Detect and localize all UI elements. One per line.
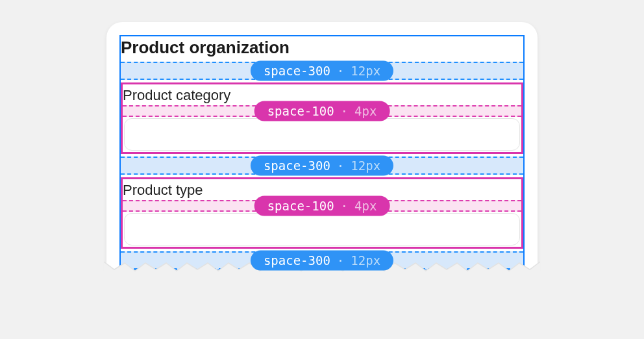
spacing-gap-300: space-300 · 12px [121,157,523,175]
token-name: space-300 [264,65,330,77]
separator-dot: · [341,200,348,212]
token-name: space-300 [264,160,330,172]
spacing-gap-100: space-100 · 4px [123,105,521,117]
field-outline-product-category: Product category space-100 · 4px [121,82,523,154]
spacing-pill-100: space-100 · 4px [254,196,390,216]
token-px: 4px [354,200,377,212]
separator-dot: · [337,160,344,172]
token-name: space-100 [267,105,334,118]
card-heading: Product organization [119,36,523,59]
spacing-pill-100: space-100 · 4px [254,101,390,121]
separator-dot: · [337,255,344,267]
spacing-pill-300: space-300 · 12px [251,156,393,176]
spacing-gap-100: space-100 · 4px [123,200,521,212]
input-placeholder-slot [123,213,521,247]
input-placeholder-slot [123,118,521,152]
card-outline: Product organization space-300 · 12px Pr… [119,35,525,271]
spacing-gap-300: space-300 · 12px [121,251,523,270]
spacing-spec-card: Product organization space-300 · 12px Pr… [106,22,538,271]
spacing-pill-300: space-300 · 12px [251,61,393,81]
token-px: 4px [354,105,377,118]
token-px: 12px [351,160,380,172]
token-name: space-100 [267,200,334,212]
spacing-gap-300: space-300 · 12px [121,62,523,80]
token-px: 12px [351,65,380,77]
separator-dot: · [337,65,344,77]
spacing-pill-300: space-300 · 12px [251,251,393,271]
token-px: 12px [351,255,380,267]
separator-dot: · [341,105,348,118]
token-name: space-300 [264,255,330,267]
field-outline-product-type: Product type space-100 · 4px [121,177,523,249]
